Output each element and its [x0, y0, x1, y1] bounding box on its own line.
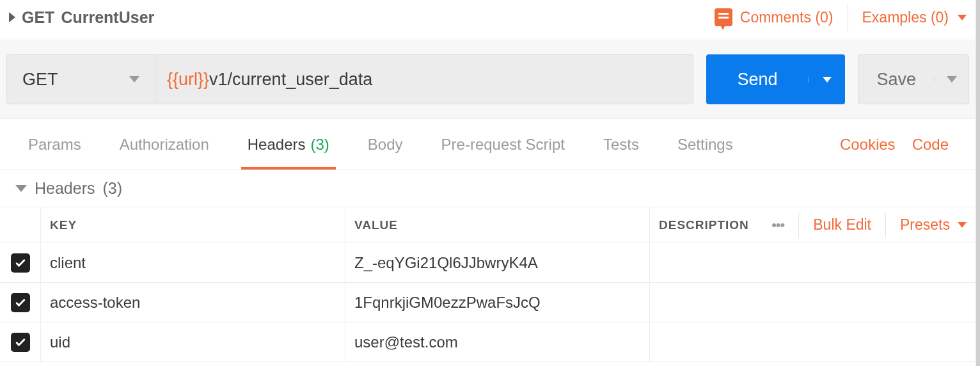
send-dropdown[interactable] — [808, 77, 845, 83]
header-description-cell[interactable] — [650, 243, 976, 282]
expand-icon — [9, 12, 15, 22]
presets-dropdown[interactable]: Presets — [900, 216, 967, 234]
cookies-link[interactable]: Cookies — [840, 136, 896, 154]
chevron-down-icon — [15, 185, 27, 192]
tabs: Params Authorization Headers (3) Body Pr… — [9, 119, 752, 170]
comments-label: Comments (0) — [740, 9, 834, 26]
header-key-cell[interactable]: uid — [41, 322, 345, 362]
col-key: KEY — [41, 207, 345, 243]
examples-label: Examples (0) — [862, 9, 949, 26]
save-dropdown[interactable] — [934, 76, 968, 83]
col-value: VALUE — [345, 207, 650, 243]
header-value-cell[interactable]: 1FqnrkjiGM0ezzPwaFsJcQ — [345, 283, 650, 322]
headers-title: Headers — [35, 179, 95, 198]
more-options-icon[interactable]: ••• — [771, 217, 784, 234]
comment-icon — [715, 8, 732, 26]
code-link[interactable]: Code — [912, 136, 949, 154]
request-title-wrap[interactable]: GET CurrentUser — [9, 8, 154, 27]
examples-dropdown[interactable]: Examples (0) — [862, 9, 967, 26]
tab-headers[interactable]: Headers (3) — [228, 119, 349, 170]
tab-headers-count: (3) — [311, 136, 329, 154]
scrollbar[interactable] — [976, 0, 980, 366]
method-value: GET — [22, 70, 58, 90]
divider — [848, 4, 848, 31]
request-header: GET CurrentUser Comments (0) Examples (0… — [0, 0, 976, 40]
header-description-cell[interactable] — [650, 283, 976, 322]
tab-settings[interactable]: Settings — [658, 119, 752, 170]
request-method-label: GET — [22, 8, 54, 27]
url-variable: {{url}} — [167, 70, 209, 90]
chevron-down-icon — [958, 15, 967, 20]
header-key-cell[interactable]: access-token — [41, 283, 345, 322]
url-path: v1/current_user_data — [209, 70, 372, 90]
divider — [885, 213, 886, 237]
chevron-down-icon — [947, 76, 957, 83]
checkbox-checked-icon — [11, 293, 30, 312]
row-checkbox[interactable] — [0, 322, 41, 362]
comments-button[interactable]: Comments (0) — [715, 8, 834, 26]
table-row: access-token 1FqnrkjiGM0ezzPwaFsJcQ — [0, 283, 976, 322]
send-button-group: Send — [706, 54, 845, 104]
table-actions: ••• Bulk Edit Presets — [771, 213, 967, 237]
save-button[interactable]: Save — [858, 70, 934, 90]
table-row: uid user@test.com — [0, 322, 976, 362]
header-value-cell[interactable]: user@test.com — [345, 322, 650, 362]
save-button-group: Save — [858, 54, 969, 104]
method-url-group: GET {{url}}v1/current_user_data — [6, 54, 693, 104]
method-select[interactable]: GET — [7, 55, 155, 104]
send-button[interactable]: Send — [706, 70, 808, 90]
chevron-down-icon — [823, 77, 832, 83]
tab-links: Cookies Code — [840, 136, 967, 154]
tabs-row: Params Authorization Headers (3) Body Pr… — [0, 119, 976, 170]
header-description-cell[interactable] — [650, 322, 976, 362]
request-row: GET {{url}}v1/current_user_data Send Sav… — [0, 40, 976, 119]
tab-tests[interactable]: Tests — [584, 119, 658, 170]
row-checkbox[interactable] — [0, 243, 41, 282]
url-input[interactable]: {{url}}v1/current_user_data — [155, 55, 693, 104]
row-checkbox[interactable] — [0, 283, 41, 322]
tab-authorization[interactable]: Authorization — [100, 119, 228, 170]
chevron-down-icon — [129, 76, 139, 83]
tab-params[interactable]: Params — [9, 119, 100, 170]
headers-count: (3) — [103, 179, 123, 198]
chevron-down-icon — [958, 222, 967, 228]
header-key-cell[interactable]: client — [41, 243, 345, 282]
divider — [798, 213, 799, 237]
tab-prerequest[interactable]: Pre-request Script — [422, 119, 584, 170]
header-actions: Comments (0) Examples (0) — [715, 4, 967, 31]
col-checkbox — [0, 207, 41, 243]
headers-section-toggle[interactable]: Headers (3) — [0, 170, 976, 207]
headers-table-head: KEY VALUE DESCRIPTION ••• Bulk Edit Pres… — [0, 207, 976, 243]
bulk-edit-link[interactable]: Bulk Edit — [813, 216, 871, 234]
checkbox-checked-icon — [11, 253, 30, 273]
headers-table-body: client Z_-eqYGi21Ql6JJbwryK4A access-tok… — [0, 243, 976, 362]
header-value-cell[interactable]: Z_-eqYGi21Ql6JJbwryK4A — [345, 243, 650, 282]
tab-body[interactable]: Body — [349, 119, 422, 170]
table-row: client Z_-eqYGi21Ql6JJbwryK4A — [0, 243, 976, 283]
request-name: CurrentUser — [61, 8, 154, 27]
checkbox-checked-icon — [11, 333, 30, 352]
col-description: DESCRIPTION ••• Bulk Edit Presets — [650, 207, 976, 243]
